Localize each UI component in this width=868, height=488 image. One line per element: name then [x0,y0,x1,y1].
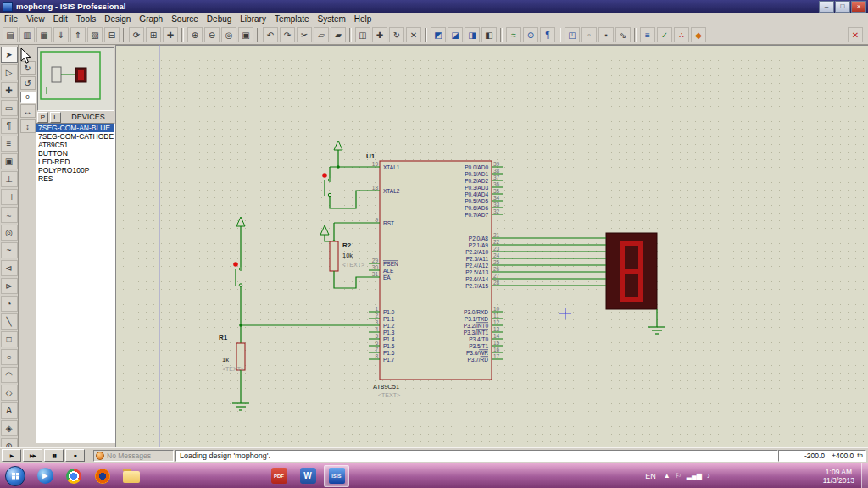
print-icon[interactable]: ▨ [87,27,103,42]
title-bar[interactable]: mophong - ISIS Professional –□× [0,0,868,13]
toggle-grid-icon[interactable]: ⊞ [146,27,161,42]
block-delete-icon[interactable]: ✕ [406,27,421,42]
close-button[interactable]: × [851,1,866,13]
redraw-icon[interactable]: ⟳ [129,27,144,42]
zoom-out-icon[interactable]: ⊖ [204,27,220,42]
pick-device-icon[interactable]: ◩ [431,27,446,42]
ground-symbol[interactable] [232,403,249,410]
taskbar-word-button[interactable]: W [295,465,320,487]
minimize-button[interactable]: – [819,1,834,13]
search-tag-icon[interactable]: ⊙ [523,27,538,42]
taskbar-clock[interactable]: 1:09 AM 11/3/2013 [823,468,854,485]
menu-source[interactable]: Source [167,14,203,25]
bill-of-materials-icon[interactable]: ≡ [640,27,655,42]
wire[interactable] [330,191,369,208]
2d-arc-mode-icon[interactable]: ◠ [1,367,18,383]
rotate-ccw-icon[interactable]: ↺ [20,76,36,90]
bus-mode-icon[interactable]: ≡ [1,136,18,152]
selection-mode-icon[interactable]: ➤ [1,47,18,63]
device-item[interactable]: RES [36,175,114,183]
undo-icon[interactable]: ↶ [263,27,278,42]
pause-button[interactable]: ▮▮ [44,449,64,462]
device-item[interactable]: 7SEG-COM-AN-BLUE [36,124,114,132]
pick-devices-button[interactable]: P [37,112,48,123]
property-assignment-icon[interactable]: ¶ [540,27,555,42]
action-center-icon[interactable]: ⚐ [676,472,682,480]
button-state-dot[interactable] [233,262,238,267]
junction-dot-mode-icon[interactable]: ✚ [1,82,18,98]
2d-text-mode-icon[interactable]: A [1,402,18,419]
start-button[interactable] [5,466,25,486]
block-rotate-icon[interactable]: ↻ [389,27,404,42]
play-button[interactable]: ▶ [2,449,21,462]
menu-help[interactable]: Help [350,14,376,25]
cut-icon[interactable]: ✂ [297,27,312,42]
device-item[interactable]: POLYPRO100P [36,166,114,175]
library-manager-button[interactable]: L [50,112,61,123]
show-desktop-button[interactable] [861,463,868,488]
component-mode-icon[interactable]: ▷ [1,64,18,80]
zoom-area-icon[interactable]: ▣ [238,27,253,42]
menu-tools[interactable]: Tools [72,14,100,25]
2d-circle-mode-icon[interactable]: ○ [1,349,18,365]
menu-graph[interactable]: Graph [135,14,167,25]
ground-symbol[interactable] [648,327,665,334]
zoom-all-icon[interactable]: ◎ [221,27,236,42]
button-state-dot[interactable] [322,173,327,178]
menu-edit[interactable]: Edit [49,14,72,25]
make-device-icon[interactable]: ◪ [448,27,463,42]
taskbar-isis-button[interactable]: ISIS [324,465,349,487]
virtual-instruments-mode-icon[interactable]: ◔ [1,296,18,312]
false-origin-icon[interactable]: ✚ [163,27,178,42]
device-item[interactable]: BUTTON [36,149,114,158]
device-pin-mode-icon[interactable]: ⊣ [1,189,18,205]
remove-sheet-icon[interactable]: ▪ [598,27,614,42]
menu-file[interactable]: File [0,14,22,25]
taskbar-windows-media-player-button[interactable]: ▶ [32,465,58,487]
block-copy-icon[interactable]: ◫ [355,27,370,42]
redo-icon[interactable]: ↷ [280,27,295,42]
2d-box-mode-icon[interactable]: □ [1,331,18,347]
copy-icon[interactable]: ▱ [314,27,329,42]
subcircuit-mode-icon[interactable]: ▣ [1,153,18,169]
mirror-y-icon[interactable]: ↕ [20,119,36,133]
mark-output-area-icon[interactable]: ⊟ [104,27,120,42]
device-item[interactable]: 7SEG-COM-CATHODE [36,132,114,141]
menu-template[interactable]: Template [270,14,314,25]
stop-button[interactable]: ■ [65,449,85,462]
wire[interactable] [334,271,369,288]
device-item[interactable]: AT89C51 [36,141,114,149]
netlist-compiler-icon[interactable]: ∴ [674,27,689,42]
hidden-icons-icon[interactable]: ▲ [664,472,670,480]
open-design-icon[interactable]: ▥ [19,27,35,42]
zoom-in-icon[interactable]: ⊕ [187,27,203,42]
terminal-mode-icon[interactable]: ⊥ [1,171,18,187]
rotation-angle-field[interactable]: 0 [20,92,36,103]
maximize-button[interactable]: □ [835,1,850,13]
generator-mode-icon[interactable]: ~ [1,242,18,258]
new-sheet-icon[interactable]: ▫ [581,27,597,42]
current-probe-mode-icon[interactable]: ⊳ [1,278,18,294]
power-terminal[interactable] [236,217,245,226]
2d-line-mode-icon[interactable]: ╲ [1,313,18,330]
goto-sheet-icon[interactable]: ⇘ [615,27,631,42]
text-script-mode-icon[interactable]: ¶ [1,118,18,134]
2d-path-mode-icon[interactable]: ◇ [1,385,18,401]
design-explorer-icon[interactable]: ◳ [565,27,580,42]
tape-recorder-mode-icon[interactable]: ◎ [1,225,18,241]
resistor-r2[interactable] [330,241,338,271]
voltage-probe-mode-icon[interactable]: ⊲ [1,260,18,276]
new-design-icon[interactable]: ▤ [3,27,18,42]
taskbar-chrome-button[interactable] [61,465,86,487]
power-terminal[interactable] [334,141,342,150]
menu-library[interactable]: Library [236,14,270,25]
mirror-x-icon[interactable]: ↔ [20,104,36,118]
volume-icon[interactable]: ♪ [707,472,710,480]
taskbar-pdf-reader-button[interactable]: PDF [266,465,292,487]
wire[interactable] [325,235,334,241]
paste-icon[interactable]: ▰ [331,27,346,42]
close-design-icon[interactable]: ✕ [848,27,863,42]
menu-system[interactable]: System [313,14,349,25]
simulate-design-icon[interactable]: ◆ [691,27,706,42]
export-section-icon[interactable]: ⇑ [70,27,86,42]
